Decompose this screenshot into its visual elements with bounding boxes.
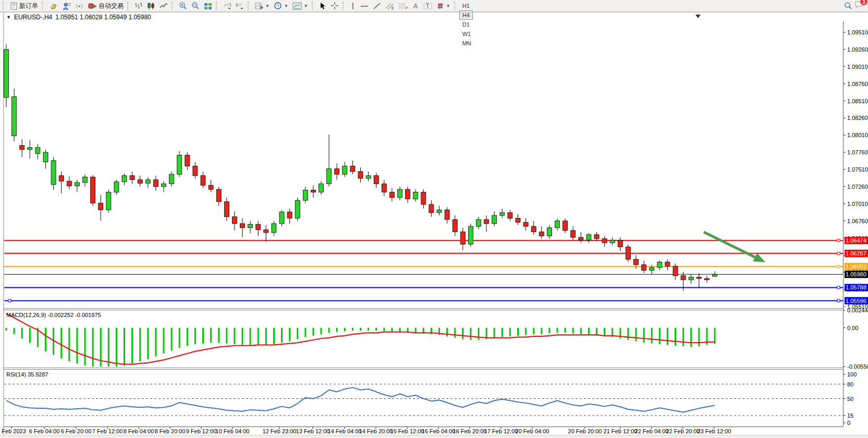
candle-body	[145, 180, 150, 184]
rsi-tick-label: 15	[847, 412, 853, 419]
price-tick-label: 1.07010	[847, 201, 868, 207]
rsi-tick-label: 0	[847, 420, 850, 426]
candle-body	[492, 215, 497, 224]
candle-body	[327, 169, 332, 184]
price-level-badge-label: 1.05788	[846, 284, 866, 290]
candle-body	[689, 277, 693, 279]
candle-body	[51, 161, 56, 185]
candle-body	[713, 274, 717, 276]
candle-body	[99, 203, 103, 210]
candle-body	[696, 277, 701, 278]
date-tick-label: 9 Feb 12:00	[186, 428, 217, 434]
candle-body	[398, 189, 402, 198]
date-tick-label: 16 Feb 20:00	[453, 428, 487, 434]
date-tick-label: 22 Feb 04:00	[635, 428, 669, 434]
line-anchor	[837, 239, 840, 242]
date-tick-label: 10 Feb 04:00	[216, 428, 250, 434]
candle-body	[201, 176, 205, 185]
candle-body	[272, 224, 276, 233]
price-level-badge-label: 1.05596	[846, 298, 866, 304]
candle-body	[185, 155, 190, 166]
candle-body	[508, 213, 512, 218]
price-tick-label: 1.08010	[847, 132, 868, 138]
price-level-badge-label: 1.05980	[846, 271, 866, 277]
candle-body	[177, 155, 182, 174]
candle-body	[122, 176, 127, 182]
candle-body	[523, 222, 528, 226]
line-anchor	[837, 252, 840, 254]
candle-body	[67, 181, 71, 186]
price-tick-label: 1.09510	[847, 29, 868, 35]
date-tick-label: 21 Feb 12:00	[604, 428, 638, 434]
macd-tick-label: 0.002449	[847, 307, 868, 313]
rsi-line	[6, 387, 715, 412]
date-tick-label: 14 Feb 20:00	[359, 428, 393, 434]
candle-body	[240, 224, 245, 228]
candle-body	[413, 192, 418, 199]
candle-body	[366, 176, 371, 178]
macd-signal-line	[6, 313, 715, 364]
price-level-badge-label: 1.06287	[846, 250, 866, 257]
date-tick-label: 8 Feb 04:00	[124, 428, 154, 434]
rsi-tick-label: 80	[847, 381, 853, 387]
candle-body	[311, 190, 315, 192]
price-tick-label: 1.06760	[847, 218, 868, 224]
candle-body	[224, 202, 229, 217]
candle-body	[28, 148, 32, 150]
candle-body	[335, 169, 339, 175]
rsi-tick-label: 100	[847, 371, 857, 378]
candle-body	[343, 166, 347, 174]
candle-body	[130, 176, 135, 180]
window-bottom-strip	[0, 435, 868, 438]
price-tick-label: 1.07760	[847, 149, 868, 155]
candle-body	[232, 217, 237, 224]
candle-body	[138, 180, 142, 184]
price-level-badge-label: 1.06474	[846, 237, 866, 244]
candle-body	[657, 262, 662, 268]
candle-body	[43, 152, 48, 162]
date-tick-label: 6 Feb 04:00	[29, 428, 60, 434]
candle-body	[681, 276, 686, 280]
candle-body	[602, 239, 607, 243]
candle-body	[579, 237, 583, 240]
candle-body	[594, 235, 599, 239]
date-tick-label: 13 Feb 12:00	[296, 428, 330, 434]
candle-body	[256, 224, 261, 230]
candle-body	[4, 50, 9, 98]
date-tick-label: 20 Feb 04:00	[516, 428, 549, 434]
candle-body	[665, 262, 670, 266]
date-tick-label: 6 Feb 20:00	[61, 428, 92, 434]
candle-body	[114, 182, 119, 192]
price-tick-label: 1.09260	[847, 46, 868, 53]
chart-canvas[interactable]: 1.095101.092601.090101.087601.085101.082…	[0, 0, 868, 438]
date-tick-label: 7 Feb 12:00	[92, 428, 123, 434]
candle-body	[406, 189, 410, 199]
candle-body	[484, 220, 489, 224]
date-tick-label: 12 Feb 23:00	[263, 428, 297, 434]
price-tick-label: 1.07260	[847, 184, 868, 190]
date-tick-label: 22 Feb 20:00	[666, 428, 700, 434]
date-tick-label: 14 Feb 04:00	[328, 428, 362, 434]
candle-body	[500, 213, 505, 215]
candle-body	[618, 240, 622, 247]
date-tick-label: 3 Feb 2023	[0, 428, 26, 434]
candle-body	[83, 177, 88, 182]
candle-body	[468, 226, 473, 244]
candle-body	[59, 176, 64, 181]
candle-body	[650, 267, 654, 270]
line-anchor	[8, 299, 11, 302]
candle-body	[476, 220, 481, 226]
candle-body	[547, 228, 552, 236]
candle-body	[437, 210, 442, 213]
candle-body	[516, 218, 520, 222]
candle-body	[531, 226, 536, 232]
candle-body	[555, 221, 560, 228]
price-level-badge-label: 1.06093	[846, 263, 866, 270]
candle-body	[453, 220, 457, 232]
chart-shift-marker	[695, 15, 701, 18]
price-tick-label: 1.08510	[847, 98, 868, 104]
candle-body	[106, 192, 111, 210]
date-tick-label: 8 Feb 20:00	[155, 428, 186, 434]
candle-body	[303, 190, 308, 200]
candle-body	[75, 182, 79, 186]
